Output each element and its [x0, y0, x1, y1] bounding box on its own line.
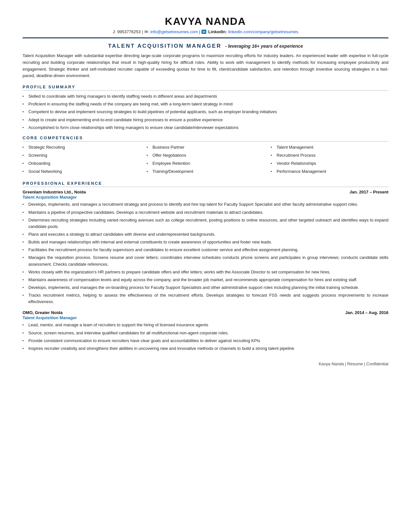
exp-company-1: Greenlam Industries Ltd., Noida: [23, 190, 86, 194]
list-item: Skilled to coordinate with hiring manage…: [23, 93, 388, 100]
list-item: Vendor Relationships: [271, 160, 388, 167]
linkedin-label: LinkedIn:: [208, 29, 227, 34]
section-profile-summary: PROFILE SUMMARY Skilled to coordinate wi…: [23, 84, 388, 131]
exp-dates-1: Jan. 2017 – Present: [349, 190, 388, 194]
title-bar: TALENT ACQUISITION MANAGER - leveraging …: [23, 43, 388, 49]
resume-header: KAVYA NANDA J: 9953776253 | ✉: info@gets…: [23, 15, 388, 34]
exp-bullets-1: Develops, implements, and manages a recr…: [23, 201, 388, 305]
list-item: Recruitment Process: [271, 152, 388, 159]
job-title: TALENT ACQUISITION MANAGER: [108, 43, 221, 49]
exp-company-2: OMO, Greater Noida: [23, 310, 63, 315]
phone-number: 9953776253: [117, 29, 141, 34]
exp-role-2: Talent Acquisition Manager: [23, 315, 388, 320]
list-item: Talent Management: [271, 144, 388, 151]
phone-label: J:: [113, 29, 116, 34]
list-item: Screening: [23, 152, 140, 159]
list-item: Plans and executes a strategy to attract…: [23, 231, 388, 238]
list-item: Proficient in ensuring the staffing need…: [23, 101, 388, 107]
exp-header-2: OMO, Greater Noida Jan. 2014 – Aug. 2016: [23, 310, 388, 315]
list-item: Tracks recruitment metrics, helping to a…: [23, 292, 388, 305]
competencies-grid: Strategic Recruiting Screening Onboardin…: [23, 144, 388, 177]
tagline: - leveraging 16+ years of experience: [225, 44, 303, 49]
list-item: Inspires recruiter creativity and streng…: [23, 345, 388, 352]
list-item: Lead, mentor, and manage a team of recru…: [23, 322, 388, 328]
profile-bullet-list: Skilled to coordinate with hiring manage…: [23, 93, 388, 131]
list-item: Adept to create and implementing end-to-…: [23, 117, 388, 123]
exp-entry-2: OMO, Greater Noida Jan. 2014 – Aug. 2016…: [23, 310, 388, 352]
section-heading-competencies: CORE COMPETENCIES: [23, 135, 388, 142]
summary-paragraph: Talent Acquisition Manager with substant…: [23, 53, 388, 79]
list-item: Determines recruiting strategies includi…: [23, 217, 388, 230]
list-item: Offer Negotiations: [147, 152, 264, 159]
list-item: Performance Management: [271, 168, 388, 175]
candidate-name: KAVYA NANDA: [23, 15, 388, 27]
linkedin-icon: in: [201, 30, 206, 34]
list-item: Facilitates the recruitment process for …: [23, 247, 388, 253]
email-label: ✉:: [144, 29, 149, 34]
list-item: Maintains awareness of compensation leve…: [23, 277, 388, 283]
exp-dates-2: Jan. 2014 – Aug. 2016: [345, 310, 388, 315]
list-item: Develops, implements, and manages a recr…: [23, 201, 388, 208]
exp-entry-1: Greenlam Industries Ltd., Noida Jan. 201…: [23, 190, 388, 305]
list-item: Works closely with the organization's HR…: [23, 269, 388, 275]
contact-info: J: 9953776253 | ✉: info@getsetresumes.co…: [23, 29, 388, 34]
linkedin-link[interactable]: linkedin.com/company/getsetresumes: [228, 29, 298, 34]
section-core-competencies: CORE COMPETENCIES Strategic Recruiting S…: [23, 135, 388, 177]
list-item: Training/Development: [147, 168, 264, 175]
list-item: Onboarding: [23, 160, 140, 167]
list-item: Provide consistent communication to ensu…: [23, 338, 388, 344]
exp-role-1: Talent Acquisition Manager: [23, 195, 388, 200]
list-item: Business Partner: [147, 144, 264, 151]
exp-bullets-2: Lead, mentor, and manage a team of recru…: [23, 322, 388, 352]
list-item: Manages the requisition process. Screens…: [23, 254, 388, 267]
email-link[interactable]: info@getsetresumes.com: [150, 29, 198, 34]
exp-header-1: Greenlam Industries Ltd., Noida Jan. 201…: [23, 190, 388, 194]
competencies-col3: Talent Management Recruitment Process Ve…: [271, 144, 388, 177]
list-item: Builds and manages relationships with in…: [23, 239, 388, 245]
section-heading-profile: PROFILE SUMMARY: [23, 84, 388, 91]
top-divider: [23, 37, 388, 38]
competencies-col1: Strategic Recruiting Screening Onboardin…: [23, 144, 140, 177]
list-item: Competent to devise and implement sourci…: [23, 109, 388, 115]
list-item: Accomplished to form close relationships…: [23, 124, 388, 131]
list-item: Social Networking: [23, 168, 140, 175]
list-item: Develops, implements, and manages the on…: [23, 284, 388, 291]
list-item: Employee Retention: [147, 160, 264, 167]
list-item: Strategic Recruiting: [23, 144, 140, 151]
competencies-col2: Business Partner Offer Negotiations Empl…: [147, 144, 264, 177]
list-item: Source, screen resumes, and interview qu…: [23, 330, 388, 336]
section-professional-experience: PROFESSIONAL EXPERIENCE Greenlam Industr…: [23, 181, 388, 352]
footer-note: Kavya Nanda | Resume | Confidential: [23, 361, 388, 366]
section-heading-experience: PROFESSIONAL EXPERIENCE: [23, 181, 388, 187]
list-item: Maintains a pipeline of prospective cand…: [23, 209, 388, 216]
